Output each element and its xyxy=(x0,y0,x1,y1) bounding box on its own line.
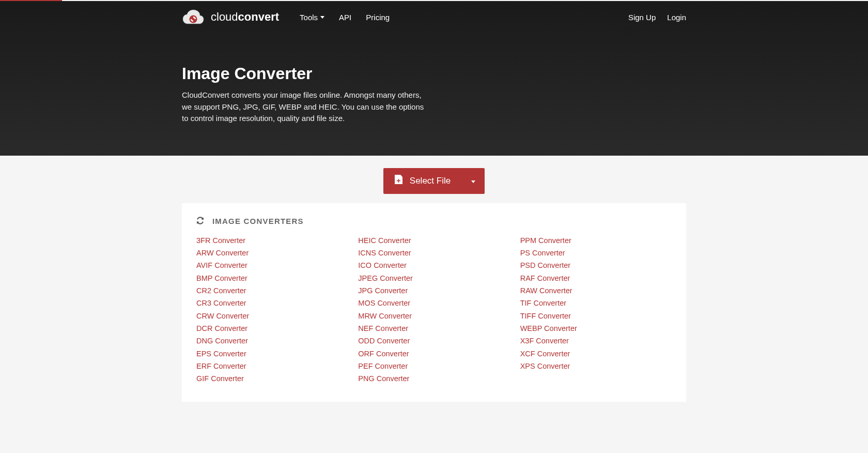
converter-link[interactable]: ORF Converter xyxy=(358,348,509,360)
converter-link[interactable]: ODD Converter xyxy=(358,335,509,347)
converter-link[interactable]: HEIC Converter xyxy=(358,234,509,247)
nav-pricing[interactable]: Pricing xyxy=(366,13,390,22)
nav-tools[interactable]: Tools xyxy=(300,13,324,22)
converter-link[interactable]: ICNS Converter xyxy=(358,247,509,259)
converter-link[interactable]: RAW Converter xyxy=(520,284,672,297)
converter-link[interactable]: PPM Converter xyxy=(520,234,672,247)
converters-column-1: 3FR ConverterARW ConverterAVIF Converter… xyxy=(196,234,348,385)
converter-link[interactable]: ARW Converter xyxy=(196,247,348,259)
converter-link[interactable]: AVIF Converter xyxy=(196,259,348,271)
converter-link[interactable]: X3F Converter xyxy=(520,335,672,347)
page-description: CloudConvert converts your image files o… xyxy=(182,89,430,125)
cloud-logo-icon xyxy=(182,9,205,25)
chevron-down-icon xyxy=(320,16,324,19)
converter-link[interactable]: CR3 Converter xyxy=(196,297,348,309)
converter-link[interactable]: EPS Converter xyxy=(196,348,348,360)
converter-link[interactable]: ERF Converter xyxy=(196,360,348,372)
converter-link[interactable]: PS Converter xyxy=(520,247,672,259)
logo[interactable]: cloudconvert xyxy=(182,9,279,25)
converter-link[interactable]: MRW Converter xyxy=(358,310,509,322)
converter-link[interactable]: DNG Converter xyxy=(196,335,348,347)
converter-link[interactable]: XCF Converter xyxy=(520,348,672,360)
page-title: Image Converter xyxy=(182,64,686,83)
file-add-icon xyxy=(395,175,402,187)
converter-link[interactable]: PSD Converter xyxy=(520,259,672,271)
converters-card: IMAGE CONVERTERS 3FR ConverterARW Conver… xyxy=(182,203,686,402)
converter-link[interactable]: BMP Converter xyxy=(196,272,348,284)
converter-link[interactable]: JPEG Converter xyxy=(358,272,509,284)
converter-link[interactable]: RAF Converter xyxy=(520,272,672,284)
converters-column-2: HEIC ConverterICNS ConverterICO Converte… xyxy=(358,234,509,385)
converter-link[interactable]: WEBP Converter xyxy=(520,322,672,335)
brand-text: cloudconvert xyxy=(211,10,279,24)
converter-link[interactable]: ICO Converter xyxy=(358,259,509,271)
hero: Image Converter CloudConvert converts yo… xyxy=(182,33,686,125)
converter-link[interactable]: MOS Converter xyxy=(358,297,509,309)
converter-link[interactable]: CRW Converter xyxy=(196,310,348,322)
nav-api[interactable]: API xyxy=(339,13,351,22)
nav-login[interactable]: Login xyxy=(667,13,686,22)
chevron-down-icon xyxy=(471,180,475,183)
converter-link[interactable]: JPG Converter xyxy=(358,284,509,297)
converter-link[interactable]: DCR Converter xyxy=(196,322,348,335)
converter-link[interactable]: GIF Converter xyxy=(196,372,348,385)
converter-link[interactable]: PEF Converter xyxy=(358,360,509,372)
converter-link[interactable]: TIFF Converter xyxy=(520,310,672,322)
svg-point-0 xyxy=(190,16,197,23)
select-file-label: Select File xyxy=(410,176,451,186)
select-file-dropdown[interactable] xyxy=(462,177,485,185)
converter-link[interactable]: 3FR Converter xyxy=(196,234,348,247)
refresh-icon xyxy=(196,217,204,226)
converter-link[interactable]: NEF Converter xyxy=(358,322,509,335)
select-file-button[interactable]: Select File xyxy=(383,168,485,194)
converter-link[interactable]: PNG Converter xyxy=(358,372,509,385)
converter-link[interactable]: XPS Converter xyxy=(520,360,672,372)
navbar: cloudconvert Tools API Pricing Sign Up L… xyxy=(182,1,686,33)
converters-column-3: PPM ConverterPS ConverterPSD ConverterRA… xyxy=(520,234,672,385)
nav-signup[interactable]: Sign Up xyxy=(628,13,656,22)
converter-link[interactable]: CR2 Converter xyxy=(196,284,348,297)
converter-link[interactable]: TIF Converter xyxy=(520,297,672,309)
converters-title: IMAGE CONVERTERS xyxy=(212,217,304,225)
